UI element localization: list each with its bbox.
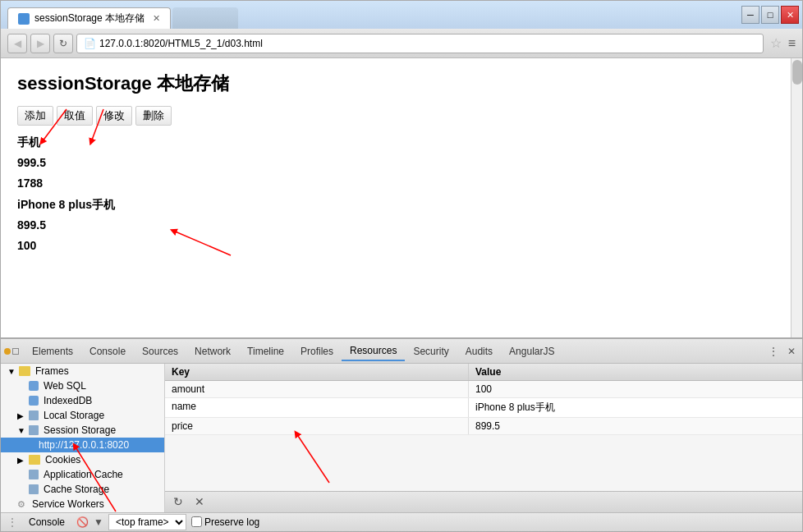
page-content: sessionStorage 本地存储 添加 取值 修改 删除 手机 999. — [1, 58, 802, 337]
preserve-log-label: Preserve log — [191, 516, 259, 528]
data-line-1: 手机 — [17, 132, 786, 153]
service-workers-label: Service Workers — [32, 498, 104, 510]
tab-timeline[interactable]: Timeline — [239, 342, 292, 360]
console-bar: ⋮ Console 🚫 ▼ <top frame> Preserve log — [1, 512, 802, 531]
devtools-close[interactable]: ✕ — [784, 344, 799, 359]
tab-audits[interactable]: Audits — [457, 342, 501, 360]
get-button[interactable]: 取值 — [57, 106, 93, 126]
sidebar-frames[interactable]: ▼ Frames — [1, 364, 164, 378]
delete-button[interactable]: 删除 — [135, 106, 172, 126]
sidebar-session-storage[interactable]: ▼ Session Storage — [1, 423, 164, 438]
tab-console[interactable]: Console — [81, 342, 134, 360]
devtools-settings[interactable]: ⋮ — [766, 344, 781, 359]
devtools-tab-bar: Elements Console Sources Network Timelin… — [1, 339, 802, 364]
service-workers-icon: ⚙ — [17, 499, 27, 509]
table-body: amount 100 name iPhone 8 plus手机 price 89… — [165, 381, 802, 491]
cache-storage-icon — [29, 484, 39, 494]
refresh-storage-button[interactable]: ↻ — [170, 493, 186, 510]
frames-icon — [19, 366, 30, 376]
table-row[interactable]: amount 100 — [165, 381, 802, 398]
minimize-button[interactable]: ─ — [741, 6, 759, 24]
data-line-3: 1788 — [17, 173, 786, 194]
forward-button[interactable]: ▶ — [30, 34, 50, 53]
key-cell-price: price — [165, 418, 469, 434]
val-cell-amount: 100 — [469, 381, 802, 397]
tab-sources[interactable]: Sources — [134, 342, 186, 360]
tab-angularjs[interactable]: AngularJS — [501, 342, 562, 360]
tab-favicon — [18, 13, 30, 25]
address-bar[interactable]: 📄 127.0.0.1:8020/HTML5_2_1/d03.html — [76, 34, 764, 53]
clear-storage-button[interactable]: ✕ — [191, 493, 208, 510]
close-button[interactable]: ✕ — [781, 6, 799, 24]
preserve-log-checkbox[interactable] — [191, 516, 202, 527]
browser-tab[interactable]: sessionStorage 本地存储 ✕ — [7, 7, 171, 29]
tab-profiles[interactable]: Profiles — [292, 342, 342, 360]
table-row[interactable]: name iPhone 8 plus手机 — [165, 398, 802, 418]
frame-select[interactable]: <top frame> — [108, 514, 186, 530]
console-filter-btn[interactable]: ▼ — [94, 516, 103, 528]
session-storage-icon — [29, 425, 39, 435]
local-storage-label: Local Storage — [44, 410, 104, 421]
edit-button[interactable]: 修改 — [96, 106, 132, 126]
refresh-button[interactable]: ↻ — [53, 34, 73, 53]
origin-label: http://127.0.0.1:8020 — [39, 439, 129, 451]
menu-button[interactable]: ≡ — [788, 36, 796, 51]
websql-icon — [29, 381, 39, 391]
key-cell-name: name — [165, 398, 469, 417]
back-button[interactable]: ◀ — [7, 34, 27, 53]
websql-label: Web SQL — [44, 380, 86, 392]
console-tab[interactable]: Console — [22, 514, 71, 530]
sidebar-cookies[interactable]: ▶ Cookies — [1, 452, 164, 467]
console-clear-btn[interactable]: 🚫 — [76, 516, 89, 528]
data-line-2: 999.5 — [17, 153, 786, 173]
sidebar-app-cache[interactable]: Application Cache — [1, 467, 164, 482]
page-scrollbar[interactable] — [791, 58, 802, 337]
navigation-bar: ◀ ▶ ↻ 📄 127.0.0.1:8020/HTML5_2_1/d03.htm… — [1, 29, 802, 58]
tab-security[interactable]: Security — [405, 342, 457, 360]
tab-close-btn[interactable]: ✕ — [153, 13, 160, 24]
app-cache-icon — [29, 470, 39, 479]
page-heading: sessionStorage 本地存储 — [17, 71, 786, 96]
value-header: Value — [469, 364, 802, 380]
sidebar-indexeddb[interactable]: IndexedDB — [1, 393, 164, 408]
devtools-sidebar: ▼ Frames Web SQL IndexedDB — [1, 364, 165, 512]
add-button[interactable]: 添加 — [17, 106, 53, 126]
bookmark-button[interactable]: ☆ — [770, 35, 782, 51]
val-cell-price: 899.5 — [469, 418, 802, 434]
sidebar-service-workers[interactable]: ⚙ Service Workers — [1, 497, 164, 511]
sidebar-websql[interactable]: Web SQL — [1, 378, 164, 393]
devtools-main-panel: Key Value amount 100 name iPhone 8 plus手… — [165, 364, 802, 512]
maximize-button[interactable]: □ — [761, 6, 779, 24]
action-buttons: 添加 取值 修改 删除 — [17, 106, 786, 126]
preserve-log-text: Preserve log — [204, 516, 259, 528]
key-cell-amount: amount — [165, 381, 469, 397]
table-row[interactable]: price 899.5 — [165, 418, 802, 435]
console-controls: 🚫 ▼ <top frame> Preserve log — [76, 514, 259, 530]
sidebar-cache-storage[interactable]: Cache Storage — [1, 482, 164, 497]
title-bar: sessionStorage 本地存储 ✕ ─ □ ✕ — [1, 1, 802, 29]
app-cache-label: Application Cache — [44, 469, 123, 480]
table-header: Key Value — [165, 364, 802, 381]
tab-network[interactable]: Network — [186, 342, 239, 360]
devtools-toggle[interactable] — [4, 348, 11, 355]
indexeddb-label: IndexedDB — [44, 395, 92, 406]
page-icon: 📄 — [84, 38, 96, 49]
storage-data: 手机 999.5 1788 iPhone 8 plus手机 899.5 100 — [17, 132, 786, 256]
data-line-4: iPhone 8 plus手机 — [17, 195, 786, 215]
sidebar-session-storage-origin[interactable]: http://127.0.0.1:8020 — [1, 438, 164, 452]
session-storage-label: Session Storage — [44, 424, 116, 436]
tab-title: sessionStorage 本地存储 — [34, 11, 145, 25]
devtools-bottom-toolbar: ↻ ✕ — [165, 491, 802, 512]
key-header: Key — [165, 364, 469, 380]
devtools-body: ▼ Frames Web SQL IndexedDB — [1, 364, 802, 512]
tab-elements[interactable]: Elements — [24, 342, 81, 360]
console-bar-toggle[interactable]: ⋮ — [7, 516, 17, 528]
sidebar-local-storage[interactable]: ▶ Local Storage — [1, 408, 164, 423]
indexeddb-icon — [29, 396, 39, 406]
devtools-undock[interactable] — [12, 348, 19, 355]
cookies-label: Cookies — [45, 454, 80, 466]
data-line-6: 100 — [17, 236, 786, 256]
val-cell-name: iPhone 8 plus手机 — [469, 398, 802, 417]
tab-resources[interactable]: Resources — [342, 342, 405, 361]
frames-label: Frames — [35, 365, 69, 377]
